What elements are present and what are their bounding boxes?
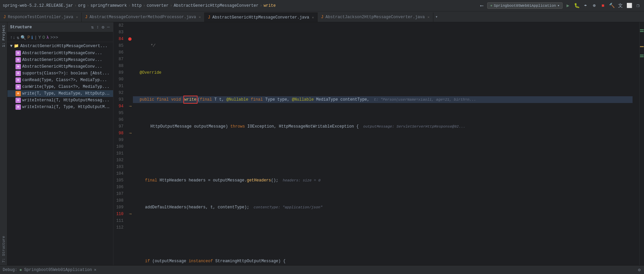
sidebar-content: ↑↓ ⇅ 🔍 P ℹ | Y O λ >>> ▼ 📁 AbstractGener… [7, 32, 113, 265]
code-line-85: HttpOutputMessage outputMessage) throws … [133, 123, 633, 130]
gc-111 [128, 217, 133, 224]
sidebar-sort1[interactable]: ↑↓ [10, 35, 15, 40]
gc-98[interactable]: → [128, 130, 133, 137]
sidebar-filter5[interactable]: Y [38, 35, 41, 40]
ln-100: 100 [115, 143, 125, 150]
breadcrumb-http[interactable]: http [132, 3, 142, 8]
sidebar-item-canwrite[interactable]: m canWrite(Type, Class<?>, MediaTyp... [7, 83, 113, 90]
sidebar-item-3[interactable]: m AbstractGenericHttpMessageConv... [7, 63, 113, 70]
gc-94[interactable]: → [128, 103, 133, 110]
settings-button[interactable]: ⚙ [637, 267, 641, 273]
sidebar-filter4[interactable]: | [34, 35, 37, 40]
ln-107: 107 [115, 191, 125, 197]
sidebar-filter1[interactable]: 🔍 [21, 35, 26, 40]
sidebar-sort2[interactable]: ⇅ [17, 35, 20, 40]
rg-space2 [640, 47, 644, 54]
ln-94: 94 [115, 103, 125, 110]
ln-101: 101 [115, 150, 125, 157]
sidebar-item-2[interactable]: m AbstractGenericHttpMessageConv... [7, 57, 113, 63]
rg-green-1 [640, 29, 644, 30]
tab-bar: J ResponceTestController.java ✕ J Abstra… [0, 11, 644, 22]
tab-close[interactable]: ✕ [76, 15, 78, 19]
gc-90 [128, 76, 133, 83]
sidebar: Structure ⇅ ↕ ⚙ — ↑↓ ⇅ 🔍 P ℹ | Y O λ >>> [7, 22, 113, 265]
method-icon: m [15, 91, 21, 96]
breakpoint-84[interactable] [128, 37, 132, 41]
gc-87 [128, 56, 133, 63]
rg-green-4 [640, 56, 644, 57]
sidebar-item-1[interactable]: m AbstractGenericHttpMessageConv... [7, 50, 113, 57]
run-config-selector[interactable]: ● Springboot05Web01Application ▾ [487, 2, 563, 9]
tab-close[interactable]: ✕ [312, 15, 314, 20]
sidebar-filter7[interactable]: λ [46, 35, 49, 40]
java-icon: J [321, 15, 323, 20]
gc-85 [128, 42, 133, 49]
strip-project[interactable]: 1: Project [1, 22, 6, 50]
status-bar: Debug: ● Springboot05Web01Application ✕ … [0, 265, 644, 274]
gc-100 [128, 143, 133, 150]
debug-button[interactable]: 🐛 [573, 2, 580, 9]
profile-button[interactable]: ⊕ [591, 2, 598, 9]
sidebar-filter6[interactable]: O [42, 35, 45, 40]
breadcrumb: spring-web-5.2.12.RELEASE.jar › org › sp… [3, 3, 477, 8]
tab-abstract-method[interactable]: J AbstractMessageConverterMethodProcesso… [82, 12, 205, 22]
debug-run-icon: ● [19, 267, 22, 273]
run-button[interactable]: ▶ [565, 2, 571, 9]
ln-95: 95 [115, 110, 125, 116]
gc-110[interactable]: → [128, 211, 133, 217]
close-sidebar-icon[interactable]: — [106, 24, 110, 30]
rg-space [640, 32, 644, 46]
coverage-button[interactable]: ☂ [582, 2, 589, 9]
sidebar-item-write[interactable]: m write(T, Type, MediaType, HttpOutp... [7, 90, 113, 97]
sidebar-item-label: writeInternal(T, Type, HttpOutputM... [22, 105, 110, 109]
sidebar-icons: ⇅ ↕ ⚙ — [91, 24, 110, 31]
code-lines[interactable]: */ @Override public final void write(fin… [133, 22, 639, 265]
gc-95 [128, 110, 133, 116]
stop-button[interactable]: ■ [600, 2, 606, 9]
sidebar-filter2[interactable]: P [27, 35, 30, 40]
tab-close[interactable]: ✕ [428, 15, 430, 19]
sidebar-filter3[interactable]: ℹ [31, 35, 33, 40]
tab-abstract-generic[interactable]: J AbstractGenericHttpMessageConverter.ja… [205, 12, 318, 22]
restore-button[interactable]: ❐ [635, 2, 641, 9]
debug-app-name[interactable]: Springboot05Web01Application [24, 268, 92, 272]
rg-1 [640, 22, 644, 29]
arrow-94: → [129, 104, 131, 109]
tab-close[interactable]: ✕ [199, 15, 201, 19]
breadcrumb-springframework[interactable]: springframework [91, 3, 127, 8]
code-area: 82 83 84 85 86 87 88 89 90 91 92 93 94 9… [113, 22, 644, 265]
maximize-button[interactable]: ⬜ [626, 2, 633, 9]
gc-92 [128, 90, 133, 96]
ln-102: 102 [115, 157, 125, 164]
sort2-icon[interactable]: ↕ [96, 24, 100, 30]
settings-icon[interactable]: ⚙ [101, 24, 105, 31]
ln-87: 87 [115, 56, 125, 63]
strip-structure[interactable]: 7: Structure [1, 233, 6, 265]
sidebar-more[interactable]: >>> [50, 35, 58, 40]
navigate-back-button[interactable]: ⟵ [478, 2, 485, 9]
sidebar-item-supports[interactable]: m supports(Class<?>): boolean [Abst... [7, 70, 113, 77]
debug-close[interactable]: ✕ [94, 267, 96, 272]
breadcrumb-converter[interactable]: converter [147, 3, 169, 8]
tab-abstract-jackson[interactable]: J AbstractJackson2HttpMessageConverter.j… [318, 12, 433, 22]
tab-responce[interactable]: J ResponceTestController.java ✕ [0, 12, 82, 22]
ln-91: 91 [115, 83, 125, 90]
editor-content[interactable]: 82 83 84 85 86 87 88 89 90 91 92 93 94 9… [113, 22, 644, 265]
breadcrumb-jar[interactable]: spring-web-5.2.12.RELEASE.jar [3, 3, 73, 8]
method-icon: m [15, 71, 21, 76]
sidebar-root-item[interactable]: ▼ 📁 AbstractGenericHttpMessageConvert... [7, 42, 113, 50]
translate-button[interactable]: 文 [617, 2, 624, 9]
arrow-98: → [129, 131, 131, 136]
sidebar-item-writeinternal1[interactable]: m writeInternal(T, HttpOutputMessag... [7, 97, 113, 104]
gc-84[interactable] [128, 36, 133, 42]
ln-110: 110 [115, 211, 125, 217]
sidebar-item-writeinternal2[interactable]: m writeInternal(T, Type, HttpOutputM... [7, 104, 113, 110]
breadcrumb-org[interactable]: org [78, 3, 85, 8]
sort-icon[interactable]: ⇅ [91, 24, 95, 31]
code-line-86 [133, 150, 633, 157]
sidebar-item-canread[interactable]: m canRead(Type, Class<?>, MediaTyp... [7, 77, 113, 83]
tab-overflow[interactable]: ▾ [433, 14, 440, 20]
build-button[interactable]: 🔨 [608, 2, 615, 9]
gc-89 [128, 69, 133, 76]
breadcrumb-class[interactable]: AbstractGenericHttpMessageConverter [174, 3, 258, 8]
